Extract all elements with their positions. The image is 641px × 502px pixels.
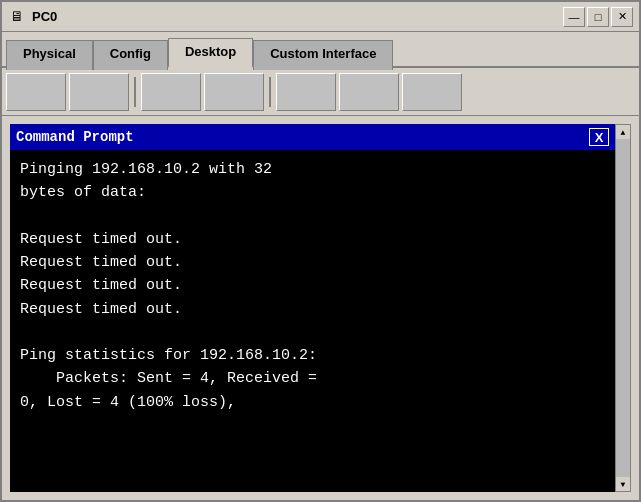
toolbar-separator-1 [134, 77, 136, 107]
maximize-button[interactable]: □ [587, 7, 609, 27]
scroll-up-arrow[interactable]: ▲ [616, 125, 630, 139]
minimize-button[interactable]: — [563, 7, 585, 27]
window-icon: 🖥 [8, 8, 26, 26]
toolbar-btn-3[interactable] [141, 73, 201, 111]
content-area: ▲ ▼ Command Prompt X Pinging 192.168.10.… [2, 116, 639, 500]
title-bar-controls: — □ ✕ [563, 7, 633, 27]
scroll-down-arrow[interactable]: ▼ [616, 477, 630, 491]
toolbar [2, 68, 639, 116]
tab-desktop[interactable]: Desktop [168, 38, 253, 68]
close-button[interactable]: ✕ [611, 7, 633, 27]
cmd-close-button[interactable]: X [589, 128, 609, 146]
scroll-thumb-area[interactable] [616, 139, 630, 477]
title-bar: 🖥 PC0 — □ ✕ [2, 2, 639, 32]
cmd-body: Pinging 192.168.10.2 with 32 bytes of da… [10, 150, 615, 492]
toolbar-btn-7[interactable] [402, 73, 462, 111]
window-title: PC0 [32, 9, 563, 24]
cmd-title-text: Command Prompt [16, 129, 134, 145]
toolbar-separator-2 [269, 77, 271, 107]
tab-custom-interface[interactable]: Custom Interface [253, 40, 393, 70]
nav-tabs: Physical Config Desktop Custom Interface [2, 32, 639, 68]
right-scrollbar[interactable]: ▲ ▼ [615, 124, 631, 492]
toolbar-btn-5[interactable] [276, 73, 336, 111]
tab-physical[interactable]: Physical [6, 40, 93, 70]
toolbar-btn-6[interactable] [339, 73, 399, 111]
cmd-output: Pinging 192.168.10.2 with 32 bytes of da… [20, 158, 605, 414]
cmd-title-bar: Command Prompt X [10, 124, 615, 150]
main-window: 🖥 PC0 — □ ✕ Physical Config Desktop Cust… [0, 0, 641, 502]
tab-config[interactable]: Config [93, 40, 168, 70]
command-prompt-window: Command Prompt X Pinging 192.168.10.2 wi… [10, 124, 615, 492]
toolbar-btn-1[interactable] [6, 73, 66, 111]
toolbar-btn-2[interactable] [69, 73, 129, 111]
toolbar-btn-4[interactable] [204, 73, 264, 111]
